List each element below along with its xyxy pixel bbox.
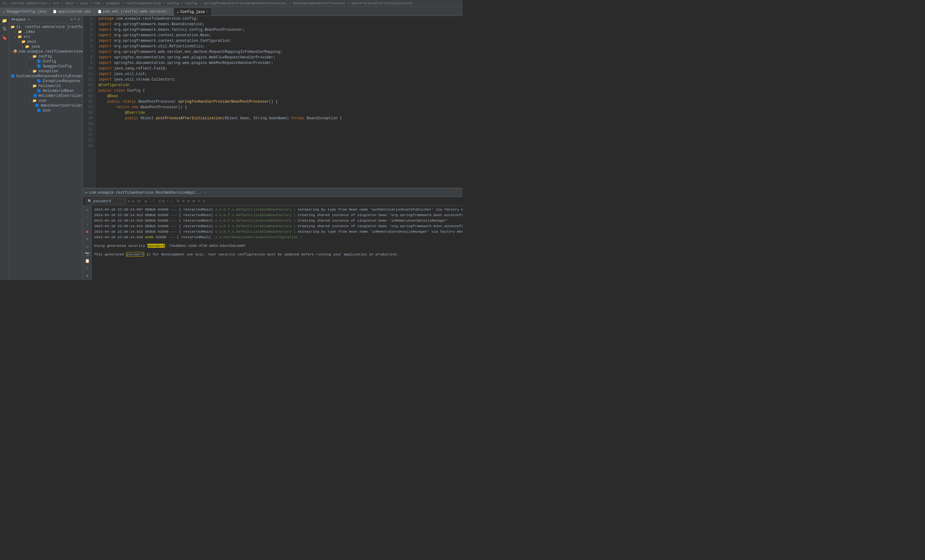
tree-config-folder-label: config <box>38 54 52 59</box>
log-line-2: 2023-04-10 22:30:14.913 DEBUG 62600 --- … <box>94 212 460 218</box>
tree-exception-folder[interactable]: ▾ 📂 exception <box>9 69 83 74</box>
search-filter-3[interactable]: ⊟ <box>187 199 191 204</box>
tree-src-label: src <box>24 35 30 39</box>
log-spacer-2 <box>94 248 460 252</box>
log-password-highlight-2: password <box>126 252 144 257</box>
code-editor[interactable]: 1 2 3 4 5 6 7 8 9 10 11 12 13 14 15 16 1… <box>83 16 462 188</box>
ln-11: 11 <box>84 71 93 77</box>
tab-pom-close[interactable]: × <box>169 10 171 14</box>
tab-config-close[interactable]: × <box>206 10 208 14</box>
settings-run-btn[interactable]: ⚙ <box>84 272 90 279</box>
tree-customized-class-label: CustomizedResponseEntityExceptionHandler <box>16 74 83 78</box>
tab-application[interactable]: 📄 application.yml <box>50 8 95 16</box>
tab-pom[interactable]: 📄 pom.xml (restful-web-service) × <box>95 8 174 16</box>
pin-btn[interactable]: ≡ <box>84 236 90 242</box>
tree-package-label: com.example.restfulwebservice <box>18 50 83 54</box>
stop-btn[interactable]: ↓ <box>84 221 90 228</box>
tree-user-class-spacer: ▸ <box>33 109 37 113</box>
search-prev-btn[interactable]: ↑ <box>166 199 169 204</box>
log-security-post-2: is for development use only. Your securi… <box>144 252 399 256</box>
regex-btn[interactable]: .* <box>149 199 155 204</box>
left-run-panel: ↺ ↑ ↓ ■ ≡ ↵ 📷 📋 ⤢ ⚙ <box>83 206 92 280</box>
ln-15: 15 <box>84 93 93 99</box>
log-output[interactable]: 2023-04-10 22:30:14.907 DEBUG 62600 --- … <box>92 206 462 280</box>
tree-src[interactable]: ▾ 📂 src <box>9 35 83 39</box>
sidebar-icon-project[interactable]: 📁 <box>1 17 8 24</box>
sidebar-icon-bookmarks[interactable]: 🔖 <box>1 35 8 41</box>
log-date-2: 2023-04-10 22:30:14.913 <box>94 213 143 217</box>
tree-hellobean-class[interactable]: ▸ 🔵 HelloWorldBean <box>9 89 83 93</box>
ln-18: 18 <box>84 110 93 116</box>
search-filter-1[interactable]: ⧉ <box>176 199 180 204</box>
code-line-1: package com.example.restfulwebservice.co… <box>98 16 459 21</box>
search-filter-4[interactable]: ⊞ <box>192 199 196 204</box>
camera-btn[interactable]: 📷 <box>84 251 90 257</box>
log-date-3: 2023-04-10 22:30:14.915 <box>94 218 143 223</box>
tree-user-folder[interactable]: ▾ 📂 user <box>9 98 83 103</box>
wrap-btn[interactable]: ↵ <box>84 244 90 250</box>
log-logger-6: .s.s.UserDetailsServiceAutoConfiguration <box>213 235 298 239</box>
tab-config-label: Config.java <box>181 10 205 14</box>
log-btn[interactable]: 📋 <box>84 258 90 264</box>
tree-idea[interactable]: ▸ 📁 .idea <box>9 30 83 35</box>
project-panel: Project ▾ ⚙ ≡ ⤢ ▾ 📂 11. restful-webservi… <box>9 16 83 280</box>
sidebar-icon-structure[interactable]: 🏗 <box>1 26 8 33</box>
rerun-btn[interactable]: ↺ <box>84 207 90 213</box>
expand-btn[interactable]: ⤢ <box>84 265 90 271</box>
tab-config[interactable]: ☕ Config.java × <box>174 8 212 16</box>
tree-java-label: java <box>31 45 40 49</box>
match-case-btn[interactable]: Cc <box>136 199 142 204</box>
tree-customized-class[interactable]: ▸ 🔵 CustomizedResponseEntityExceptionHan… <box>9 74 83 79</box>
tree-swagger-class-label: SwaggerConfig <box>43 64 72 69</box>
ln-9: 9 <box>84 60 93 66</box>
ln-21: 21 <box>84 126 93 132</box>
tree-config-class[interactable]: ▸ 🔵 Config <box>9 59 83 64</box>
tree-user-class[interactable]: ▸ 🔵 User <box>9 108 83 113</box>
tree-java-arrow: ▾ <box>21 45 25 48</box>
tree-hellocontroller-class[interactable]: ▸ 🔵 HelloWorldController <box>9 93 83 98</box>
tree-package-icon: 📦 <box>13 50 18 54</box>
log-security-pre-1: Using generated security <box>94 244 147 248</box>
tree-exception-response-class[interactable]: ▸ 🔵 ExceptionResponse <box>9 79 83 84</box>
project-expand-icon[interactable]: ⤢ <box>77 17 80 22</box>
stop-btn-up[interactable]: ↑ <box>84 214 90 220</box>
tree-admin-class[interactable]: ▸ 🔵 AdminUserController <box>9 103 83 108</box>
tree-config-folder[interactable]: ▾ 📂 config <box>9 54 83 59</box>
search-history-icon[interactable]: ↺ <box>132 199 134 203</box>
kill-btn[interactable]: ■ <box>84 229 90 235</box>
log-line-6: 2023-04-10 22:30:14.918 WARN 62600 --- [… <box>94 235 460 240</box>
search-next-btn[interactable]: ↓ <box>170 199 173 204</box>
search-filter-2[interactable]: ⧈ <box>181 199 185 204</box>
tree-src-arrow: ▾ <box>14 35 18 39</box>
project-collapse-icon[interactable]: ≡ <box>74 17 76 22</box>
tab-swagger[interactable]: ☕ SwaggerConfig.java <box>0 8 50 16</box>
tree-java[interactable]: ▾ 📂 java <box>9 44 83 49</box>
tree-exception-response-label: ExceptionResponse <box>43 79 80 83</box>
tree-config-class-label: Config <box>43 59 56 64</box>
whole-word-btn[interactable]: W <box>144 199 148 204</box>
search-input[interactable] <box>93 199 124 203</box>
search-filter-5[interactable]: ≡ <box>197 199 201 204</box>
tree-root[interactable]: ▾ 📂 11. restful-webservice [restful-web-… <box>9 25 83 30</box>
tree-main[interactable]: ▾ 📂 main <box>9 39 83 44</box>
tree-config-folder-icon: 📂 <box>33 54 38 59</box>
project-dropdown[interactable]: Project ▾ <box>12 18 30 21</box>
log-line-4: 2023-04-10 22:30:14.915 DEBUG 62600 --- … <box>94 223 460 229</box>
search-cancel-icon[interactable]: ✕ <box>128 199 130 203</box>
run-tab-close[interactable]: × <box>205 191 207 194</box>
tree-package-root[interactable]: ▾ 📦 com.example.restfulwebservice <box>9 49 83 54</box>
tree-swagger-class[interactable]: ▸ 🔵 SwaggerConfig <box>9 64 83 69</box>
code-line-14: import java.util.stream.Collectors; <box>98 77 459 82</box>
search-filter-6[interactable]: ▽ <box>202 199 206 204</box>
tree-user-arrow: ▾ <box>29 99 33 103</box>
code-line-12: import java.lang.reflect.Field; <box>98 66 459 71</box>
log-line-1: 2023-04-10 22:30:14.907 DEBUG 62600 --- … <box>94 207 460 212</box>
run-tab[interactable]: ▶ com.example.restfulwebservice.RestWebS… <box>86 190 202 195</box>
tree-main-arrow: ▾ <box>18 40 21 44</box>
tree-swagger-spacer: ▸ <box>33 65 37 68</box>
log-level-1: DEBUG <box>145 208 156 211</box>
project-settings-icon[interactable]: ⚙ <box>71 17 72 22</box>
tree-helloworld-folder[interactable]: ▾ 📂 helloworld <box>9 84 83 89</box>
code-content[interactable]: package com.example.restfulwebservice.co… <box>95 16 462 188</box>
tree-user-class-icon: 🔵 <box>37 108 42 113</box>
